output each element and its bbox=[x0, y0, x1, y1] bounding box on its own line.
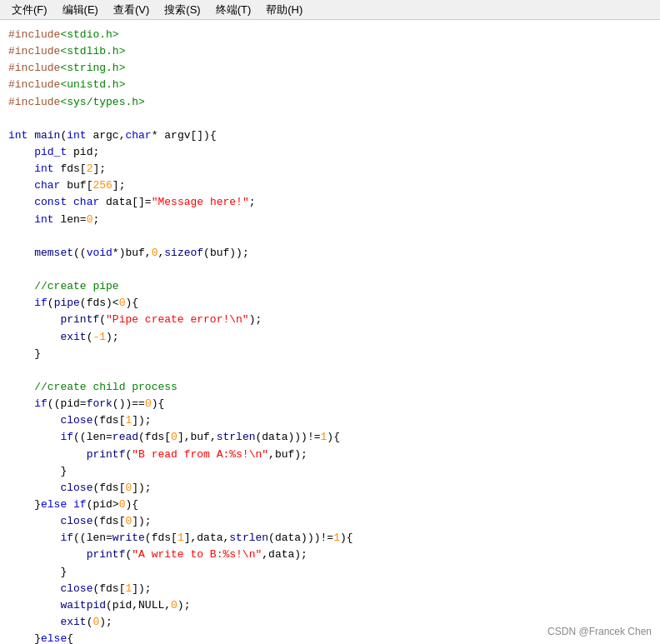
code-area[interactable]: #include<stdio.h> #include<stdlib.h> #in… bbox=[0, 20, 660, 644]
code-line: } bbox=[8, 564, 652, 581]
code-line: int fds[2]; bbox=[8, 161, 652, 177]
menu-view[interactable]: 查看(V) bbox=[107, 1, 156, 19]
code-line: close(fds[0]); bbox=[8, 480, 652, 497]
code-line: close(fds[0]); bbox=[8, 513, 652, 530]
menu-search[interactable]: 搜索(S) bbox=[158, 1, 207, 19]
code-line: if((pid=fork())==0){ bbox=[8, 396, 652, 412]
watermark: CSDN @Francek Chen bbox=[548, 626, 652, 637]
code-line: if(pipe(fds)<0){ bbox=[8, 295, 652, 312]
code-line: #include<string.h> bbox=[8, 60, 652, 77]
code-line: if((len=read(fds[0],buf,strlen(data)))!=… bbox=[8, 429, 652, 446]
code-line: int main(int argc,char* argv[]){ bbox=[8, 127, 652, 144]
menu-bar: 文件(F) 编辑(E) 查看(V) 搜索(S) 终端(T) 帮助(H) bbox=[0, 0, 660, 20]
code-line: close(fds[1]); bbox=[8, 581, 652, 597]
code-line: printf("A write to B:%s!\n",data); bbox=[8, 547, 652, 563]
code-line: #include<sys/types.h> bbox=[8, 94, 652, 111]
menu-terminal[interactable]: 终端(T) bbox=[209, 1, 258, 19]
code-line: }else if(pid>0){ bbox=[8, 497, 652, 513]
code-line: int len=0; bbox=[8, 212, 652, 228]
code-line bbox=[8, 362, 652, 379]
code-line: if((len=write(fds[1],data,strlen(data)))… bbox=[8, 530, 652, 547]
code-line: #include<stdio.h> bbox=[8, 27, 652, 43]
code-line: } bbox=[8, 346, 652, 362]
code-line: exit(-1); bbox=[8, 329, 652, 346]
code-line: #include<stdlib.h> bbox=[8, 43, 652, 60]
code-line bbox=[8, 111, 652, 127]
code-line: pid_t pid; bbox=[8, 144, 652, 161]
code-line: printf("Pipe create error!\n"); bbox=[8, 312, 652, 328]
code-line bbox=[8, 262, 652, 278]
code-line: //create child process bbox=[8, 379, 652, 396]
code-line: char buf[256]; bbox=[8, 177, 652, 194]
code-line: #include<unistd.h> bbox=[8, 77, 652, 93]
code-line: waitpid(pid,NULL,0); bbox=[8, 597, 652, 614]
menu-edit[interactable]: 编辑(E) bbox=[56, 1, 105, 19]
menu-file[interactable]: 文件(F) bbox=[5, 1, 54, 19]
code-line: //create pipe bbox=[8, 278, 652, 295]
code-line: printf("B read from A:%s!\n",buf); bbox=[8, 447, 652, 463]
code-line: close(fds[1]); bbox=[8, 412, 652, 429]
menu-help[interactable]: 帮助(H) bbox=[259, 1, 309, 19]
code-line: } bbox=[8, 463, 652, 480]
code-line: memset((void*)buf,0,sizeof(buf)); bbox=[8, 245, 652, 262]
code-line bbox=[8, 228, 652, 245]
code-line: const char data[]="Message here!"; bbox=[8, 194, 652, 211]
